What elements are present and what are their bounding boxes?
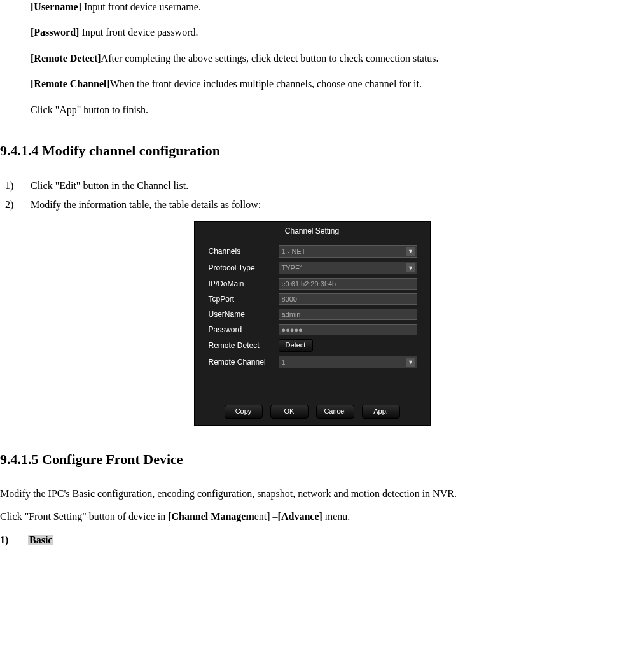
configure-front-p2: Click "Front Setting" button of device i… <box>0 510 624 524</box>
cancel-button[interactable]: Cancel <box>316 405 354 419</box>
remote-channel-label: [Remote Channel] <box>31 78 110 89</box>
chevron-down-icon: ▼ <box>406 358 415 367</box>
username-label: [Username] <box>31 1 81 12</box>
channels-label: Channels <box>209 247 279 256</box>
sub-item-basic: 1)Basic <box>0 533 624 547</box>
sub-label: Basic <box>28 535 53 545</box>
dialog-title: Channel Setting <box>195 222 430 243</box>
chevron-down-icon: ▼ <box>406 263 415 272</box>
ip-label: IP/DoMain <box>209 279 279 288</box>
copy-button[interactable]: Copy <box>225 405 263 419</box>
p2-bold2: [Advance] <box>278 511 322 522</box>
username-text: Input front device username. <box>81 1 201 12</box>
password-field-label: Password <box>209 325 279 334</box>
step-2-num: 2) <box>5 197 31 213</box>
channels-select[interactable]: 1 - NET ▼ <box>279 245 417 258</box>
protocol-label: Protocol Type <box>209 263 279 272</box>
username-input[interactable]: admin <box>279 309 417 320</box>
remote-channel-desc: [Remote Channel]When the front device in… <box>31 77 624 91</box>
finish-text: Click "App" button to finish. <box>31 103 624 117</box>
remote-detect-text: After completing the above settings, cli… <box>101 53 439 64</box>
tcpport-label: TcpPort <box>209 295 279 304</box>
password-desc: [Password] Input front device password. <box>31 25 624 39</box>
detect-button[interactable]: Detect <box>279 339 313 352</box>
channels-value: 1 - NET <box>282 248 306 255</box>
step-1-num: 1) <box>5 178 31 193</box>
configure-front-p1: Modify the IPC's Basic configuration, en… <box>0 487 624 501</box>
remote-channel-field-label: Remote Channel <box>209 358 279 367</box>
password-label: [Password] <box>31 27 79 38</box>
password-text: Input front device password. <box>79 27 198 38</box>
tcpport-input[interactable]: 8000 <box>279 293 417 305</box>
remote-detect-field-label: Remote Detect <box>209 341 279 350</box>
channel-setting-dialog: Channel Setting Channels 1 - NET ▼ Proto… <box>194 221 431 426</box>
p2-bold1: [Channel Managem <box>168 511 254 522</box>
remote-detect-desc: [Remote Detect]After completing the abov… <box>31 52 624 66</box>
p2-suffix: menu. <box>322 511 350 522</box>
p2-mid: ent] – <box>254 511 278 522</box>
heading-9-4-1-4: 9.4.1.4 Modify channel configuration <box>0 143 624 159</box>
protocol-select[interactable]: TYPE1 ▼ <box>279 262 417 274</box>
app-button[interactable]: App. <box>362 405 400 419</box>
username-field-label: UserName <box>209 310 279 319</box>
step-2: 2)Modify the information table, the tabl… <box>31 197 624 213</box>
password-input[interactable]: ●●●●● <box>279 324 417 335</box>
remote-channel-value: 1 <box>282 358 286 366</box>
p2-prefix: Click "Front Setting" button of device i… <box>0 511 168 522</box>
username-desc: [Username] Input front device username. <box>31 0 624 14</box>
sub-num: 1) <box>0 533 28 547</box>
protocol-value: TYPE1 <box>282 264 304 272</box>
remote-detect-label: [Remote Detect] <box>31 53 101 64</box>
ip-input[interactable]: e0:61:b2:29:3f:4b <box>279 278 417 290</box>
remote-channel-text: When the front device includes multiple … <box>110 78 422 89</box>
chevron-down-icon: ▼ <box>406 247 415 256</box>
ok-button[interactable]: OK <box>270 405 309 419</box>
heading-9-4-1-5: 9.4.1.5 Configure Front Device <box>0 451 624 468</box>
step-1: 1)Click "Edit" button in the Channel lis… <box>31 178 624 193</box>
step-2-text: Modify the information table, the table … <box>31 199 261 210</box>
step-1-text: Click "Edit" button in the Channel list. <box>31 180 188 191</box>
remote-channel-select[interactable]: 1 ▼ <box>279 356 417 368</box>
